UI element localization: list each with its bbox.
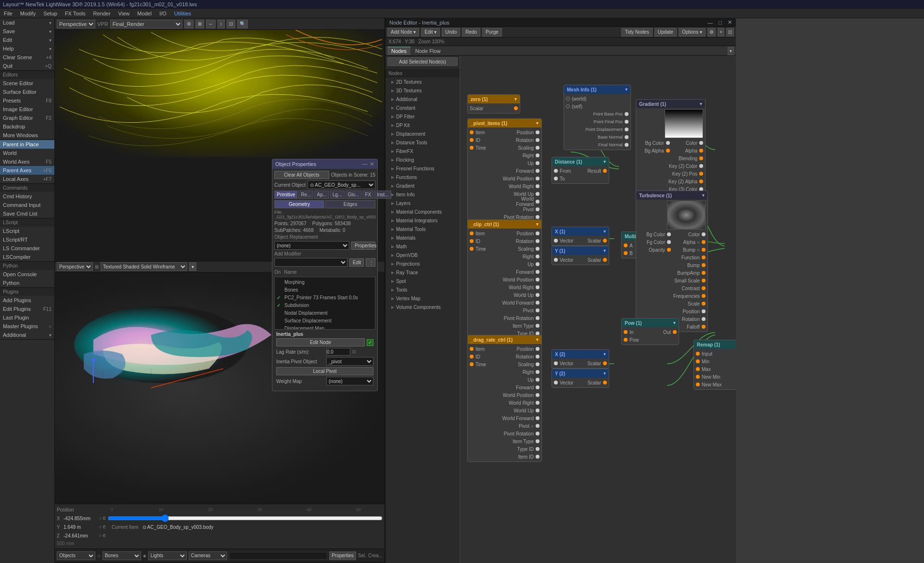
node-y1[interactable]: Y (1) ▾ Vector Scalar (552, 246, 609, 265)
sidebar-item-graph-editor[interactable]: Graph EditorF2 (0, 114, 54, 122)
sidebar-item-scene-editor[interactable]: Scene Editor (0, 79, 54, 88)
tab-lg[interactable]: Lg... (330, 191, 344, 199)
sidebar-item-cmd-history[interactable]: Cmd History (0, 192, 54, 201)
update-btn[interactable]: Update (654, 28, 677, 37)
lights-select[interactable]: Lights (148, 551, 187, 560)
sidebar-item-world[interactable]: World (0, 149, 54, 157)
nodes-item-displacement[interactable]: ▶ Displacement (385, 129, 460, 138)
view-type-select[interactable]: Perspective (57, 20, 95, 28)
nodes-item-vertex-map[interactable]: ▶ Vertex Map (385, 294, 460, 303)
nodes-item-2d-textures[interactable]: ▶ 2D Textures (385, 77, 460, 86)
icon-btn-4[interactable]: ↕ (218, 20, 225, 28)
tab-geometry[interactable]: Geometry (274, 200, 324, 208)
node-tab-collapse-btn[interactable]: ▾ (728, 47, 734, 55)
nodes-item-dp-filter[interactable]: ▶ DP Filter (385, 112, 460, 121)
tab-fx[interactable]: FX (362, 191, 373, 199)
pivot-object-select[interactable]: _pivot (326, 357, 373, 366)
nodes-item-projections[interactable]: ▶ Projections (385, 259, 460, 268)
nodes-item-volume-components[interactable]: ▶ Volume Components (385, 303, 460, 311)
menu-fx[interactable]: FX Tools (63, 11, 88, 16)
menu-file[interactable]: File (2, 11, 14, 16)
sidebar-item-surface-editor[interactable]: Surface Editor (0, 88, 54, 96)
nodes-item-materials[interactable]: ▶ Materials (385, 233, 460, 242)
node-editor-close-btn[interactable]: ✕ (728, 19, 732, 26)
sidebar-item-master-plugins[interactable]: Master Plugins○ (0, 322, 54, 331)
sidebar-item-image-editor[interactable]: Image Editor (0, 105, 54, 114)
icon-btn-5[interactable]: ⊡ (227, 20, 235, 28)
sidebar-item-presets[interactable]: PresetsF8 (0, 96, 54, 105)
object-replacement-select[interactable]: (none) (274, 241, 349, 250)
node-clip-ctrl[interactable]: _clip_ctrl (1) ▾ Item Position ID Rotati… (467, 219, 542, 346)
node-x1[interactable]: X (1) ▾ Vector Scalar (552, 227, 609, 246)
nodes-item-3d-textures[interactable]: ▶ 3D Textures (385, 86, 460, 95)
nodes-item-gradient[interactable]: ▶ Gradient (385, 181, 460, 190)
sidebar-item-add-plugins[interactable]: Add Plugins (0, 296, 54, 305)
sidebar-item-command-input[interactable]: Command Input (0, 201, 54, 209)
node-drag-rate-ctrl[interactable]: _drag_rate_ctrl (1) ▾ Item Position ID R… (467, 335, 542, 462)
menu-model[interactable]: Model (135, 11, 154, 16)
nodes-item-fresnel[interactable]: ▶ Fresnel Functions (385, 164, 460, 173)
weight-map-select[interactable]: (none) (326, 377, 373, 385)
nodes-item-flocking[interactable]: ▶ Flocking (385, 155, 460, 164)
clear-all-objects-btn[interactable]: Clear All Objects (274, 171, 329, 179)
nodes-item-item-info[interactable]: ▶ Item Info (385, 190, 460, 199)
properties-btn[interactable]: Properties (329, 551, 356, 560)
nodes-item-ray-trace[interactable]: ▶ Ray Trace (385, 268, 460, 277)
tab-edges[interactable]: Edges (325, 200, 375, 208)
node-pow[interactable]: Pow (1) ▾ In Out Pow (621, 318, 679, 345)
lag-rate-input[interactable] (326, 348, 350, 356)
node-zoom-btn[interactable]: + (718, 28, 724, 37)
nodes-item-material-integrators[interactable]: ▶ Material Integrators (385, 216, 460, 225)
tab-primitive[interactable]: Primitive (274, 191, 297, 199)
edit-btn[interactable]: Edit ▾ (421, 28, 440, 37)
edit-node-checkbox[interactable]: ✓ (367, 339, 373, 346)
node-editor-maximize-btn[interactable]: □ (719, 20, 722, 26)
add-node-btn[interactable]: Add Node ▾ (387, 28, 419, 37)
sidebar-item-lscompiler[interactable]: LSCompiler (0, 253, 54, 261)
node-remap[interactable]: Remap (1) ▾ Input Result Min (693, 340, 736, 390)
sidebar-item-local-axes[interactable]: Local Axes+F7 (0, 175, 54, 183)
nodes-item-layers[interactable]: ▶ Layers (385, 199, 460, 207)
tab-inst[interactable]: Inst... (374, 191, 391, 199)
render-select[interactable]: Final_Render (110, 20, 182, 28)
node-editor-minimize-btn[interactable]: — (707, 20, 713, 26)
redo-btn[interactable]: Redo (462, 28, 480, 37)
sidebar-item-parent-in-place[interactable]: Parent in Place (0, 140, 54, 149)
sidebar-item-clear-scene[interactable]: Clear Scene+4 (0, 53, 54, 62)
node-fit-btn[interactable]: ⊡ (726, 28, 734, 37)
modifier-edit-btn[interactable]: Edit (349, 258, 364, 267)
edit-node-btn[interactable]: Edit Node (276, 338, 365, 346)
sidebar-item-backdrop[interactable]: Backdrop (0, 122, 54, 131)
modifier-extra-btn[interactable]: ⋮ (366, 258, 375, 267)
icon-btn-1[interactable]: ⚙ (184, 20, 193, 28)
sidebar-item-edit-plugins[interactable]: Edit PluginsF11 (0, 305, 54, 313)
tab-ap[interactable]: Ap... (314, 191, 329, 199)
sidebar-item-ls-commander[interactable]: LS Commander (0, 244, 54, 253)
current-object-select[interactable]: ⊙ AC_GEO_Body_sp... (308, 180, 375, 189)
properties-btn-small[interactable]: Properties (351, 242, 375, 250)
nodes-item-functions[interactable]: ▶ Functions (385, 173, 460, 181)
nodes-item-constant[interactable]: ▶ Constant (385, 103, 460, 112)
nodes-item-dp-kit[interactable]: ▶ DP Kit (385, 121, 460, 129)
node-settings-icon-btn[interactable]: ⚙ (707, 28, 716, 37)
sidebar-item-parent-axes[interactable]: Parent Axes+F6 (0, 166, 54, 175)
sidebar-item-edit[interactable]: Edit▾ (0, 36, 54, 44)
menu-setup[interactable]: Setup (41, 11, 59, 16)
menu-modify[interactable]: Modify (18, 11, 38, 16)
shading-extra-btn1[interactable]: ▾ (189, 262, 196, 271)
purge-btn[interactable]: Purge (482, 28, 502, 37)
tab-glo[interactable]: Glo... (346, 191, 362, 199)
node-distance[interactable]: Distance (1) ▾ From Result To (552, 157, 609, 184)
icon-btn-3[interactable]: ↔ (206, 20, 216, 28)
objects-select[interactable]: Objects (57, 551, 95, 560)
timeline-track[interactable] (229, 552, 328, 560)
x-slider[interactable] (108, 515, 383, 521)
sidebar-item-help[interactable]: Help▾ (0, 44, 54, 53)
sidebar-item-load[interactable]: Load▾ (0, 18, 54, 27)
sidebar-item-save-cmd-list[interactable]: Save Cmd List (0, 209, 54, 218)
nodes-item-spot[interactable]: ▶ Spot (385, 277, 460, 285)
tidy-nodes-btn[interactable]: Tidy Nodes (621, 28, 652, 37)
nodes-item-tools[interactable]: ▶ Tools (385, 285, 460, 294)
view-mode-select[interactable]: Perspective (57, 262, 93, 271)
sidebar-item-world-axes[interactable]: World AxesF5 (0, 157, 54, 166)
